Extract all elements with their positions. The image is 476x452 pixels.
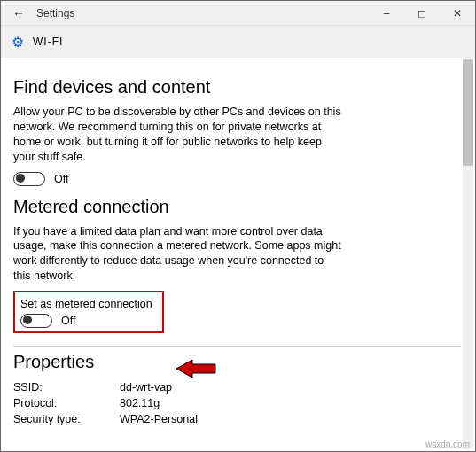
arrow-left-icon: ←	[12, 6, 25, 20]
content-area: Find devices and content Allow your PC t…	[1, 58, 475, 451]
metered-heading: Metered connection	[13, 197, 461, 217]
window-controls: – ◻ ✕	[369, 1, 475, 25]
maximize-icon: ◻	[417, 7, 426, 19]
close-button[interactable]: ✕	[440, 1, 475, 25]
minimize-icon: –	[384, 7, 390, 19]
find-devices-toggle[interactable]	[13, 172, 45, 186]
page-header: ⚙ WI-FI	[1, 26, 475, 58]
divider	[13, 346, 461, 347]
watermark: wsxdn.com	[425, 440, 470, 449]
find-devices-heading: Find devices and content	[13, 77, 461, 97]
metered-desc: If you have a limited data plan and want…	[13, 224, 341, 284]
prop-label: Security type:	[13, 411, 120, 427]
metered-toggle-label: Off	[61, 315, 75, 327]
prop-value: dd-wrt-vap	[120, 379, 198, 395]
find-devices-toggle-row: Off	[13, 172, 461, 186]
properties-table: SSID: dd-wrt-vap Protocol: 802.11g Secur…	[13, 379, 198, 427]
prop-value: WPA2-Personal	[120, 411, 198, 427]
table-row: SSID: dd-wrt-vap	[13, 379, 198, 395]
prop-value: 802.11g	[120, 395, 198, 411]
toggle-thumb-icon	[23, 316, 32, 324]
window-titlebar: ← Settings – ◻ ✕	[1, 1, 475, 26]
properties-heading: Properties	[13, 352, 461, 372]
minimize-button[interactable]: –	[369, 1, 404, 25]
prop-label: SSID:	[13, 379, 120, 395]
prop-label: Protocol:	[13, 395, 120, 411]
scrollbar-thumb[interactable]	[463, 59, 473, 166]
maximize-button[interactable]: ◻	[404, 1, 440, 25]
metered-highlight-box: Set as metered connection Off	[13, 291, 164, 333]
table-row: Security type: WPA2-Personal	[13, 411, 198, 427]
app-title: Settings	[36, 7, 369, 19]
find-devices-toggle-label: Off	[54, 173, 68, 185]
gear-icon: ⚙	[12, 34, 24, 51]
metered-set-label: Set as metered connection	[20, 298, 155, 310]
metered-toggle[interactable]	[20, 314, 52, 328]
table-row: Protocol: 802.11g	[13, 395, 198, 411]
vertical-scrollbar[interactable]	[463, 59, 473, 449]
toggle-thumb-icon	[16, 174, 25, 183]
find-devices-desc: Allow your PC to be discoverable by othe…	[13, 105, 341, 165]
back-button[interactable]: ←	[1, 6, 36, 20]
page-title: WI-FI	[33, 35, 63, 48]
close-icon: ✕	[453, 7, 462, 19]
